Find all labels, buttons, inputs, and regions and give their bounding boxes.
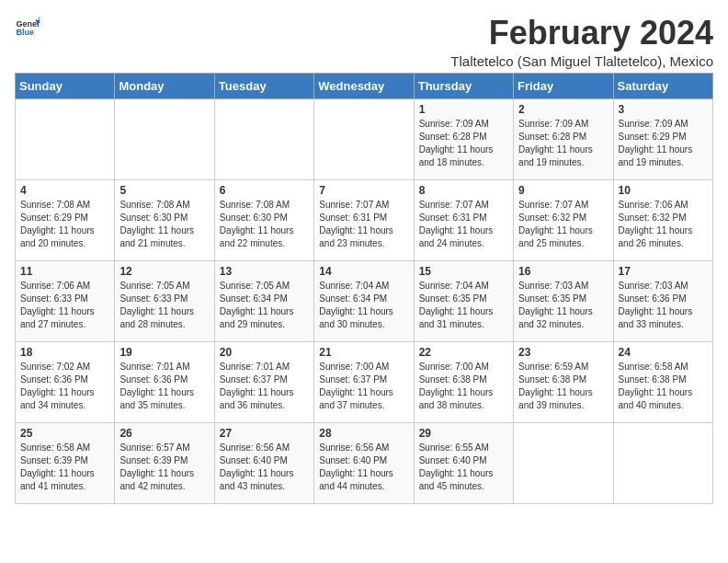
- calendar-cell: 9Sunrise: 7:07 AM Sunset: 6:32 PM Daylig…: [514, 179, 613, 260]
- calendar-cell: [115, 98, 214, 179]
- day-details: Sunrise: 7:01 AM Sunset: 6:36 PM Dayligh…: [119, 361, 209, 412]
- day-number: 5: [119, 184, 209, 197]
- day-details: Sunrise: 7:05 AM Sunset: 6:33 PM Dayligh…: [119, 280, 209, 331]
- day-number: 9: [518, 184, 608, 197]
- day-details: Sunrise: 7:08 AM Sunset: 6:30 PM Dayligh…: [119, 199, 209, 250]
- svg-text:Blue: Blue: [16, 28, 34, 37]
- day-header-tuesday: Tuesday: [214, 73, 313, 98]
- day-number: 16: [518, 265, 608, 278]
- week-row-4: 18Sunrise: 7:02 AM Sunset: 6:36 PM Dayli…: [16, 341, 713, 422]
- calendar-cell: 5Sunrise: 7:08 AM Sunset: 6:30 PM Daylig…: [115, 179, 214, 260]
- calendar-header-row: SundayMondayTuesdayWednesdayThursdayFrid…: [16, 73, 713, 98]
- day-details: Sunrise: 7:01 AM Sunset: 6:37 PM Dayligh…: [220, 361, 309, 412]
- day-number: 14: [319, 265, 408, 278]
- day-details: Sunrise: 7:09 AM Sunset: 6:29 PM Dayligh…: [619, 118, 708, 169]
- day-number: 8: [419, 184, 508, 197]
- day-number: 2: [518, 103, 608, 116]
- day-number: 12: [119, 265, 209, 278]
- day-details: Sunrise: 7:07 AM Sunset: 6:32 PM Dayligh…: [518, 199, 608, 250]
- calendar-cell: [613, 422, 712, 503]
- day-number: 25: [20, 427, 109, 440]
- day-details: Sunrise: 7:09 AM Sunset: 6:28 PM Dayligh…: [518, 118, 608, 169]
- day-details: Sunrise: 7:03 AM Sunset: 6:35 PM Dayligh…: [518, 280, 608, 331]
- day-number: 19: [119, 346, 209, 359]
- day-details: Sunrise: 7:09 AM Sunset: 6:28 PM Dayligh…: [419, 118, 508, 169]
- day-details: Sunrise: 7:06 AM Sunset: 6:33 PM Dayligh…: [20, 280, 109, 331]
- calendar-body: 1Sunrise: 7:09 AM Sunset: 6:28 PM Daylig…: [16, 98, 713, 503]
- day-number: 1: [419, 103, 508, 116]
- calendar-cell: 24Sunrise: 6:58 AM Sunset: 6:38 PM Dayli…: [613, 341, 712, 422]
- day-details: Sunrise: 7:02 AM Sunset: 6:36 PM Dayligh…: [20, 361, 109, 412]
- day-number: 17: [619, 265, 708, 278]
- calendar-cell: 1Sunrise: 7:09 AM Sunset: 6:28 PM Daylig…: [414, 98, 513, 179]
- day-details: Sunrise: 7:07 AM Sunset: 6:31 PM Dayligh…: [319, 199, 408, 250]
- logo: General Blue: [15, 15, 40, 40]
- calendar-cell: 10Sunrise: 7:06 AM Sunset: 6:32 PM Dayli…: [613, 179, 712, 260]
- calendar-cell: [514, 422, 613, 503]
- day-header-sunday: Sunday: [16, 73, 115, 98]
- calendar-cell: 20Sunrise: 7:01 AM Sunset: 6:37 PM Dayli…: [214, 341, 313, 422]
- day-number: 4: [20, 184, 109, 197]
- calendar-cell: 3Sunrise: 7:09 AM Sunset: 6:29 PM Daylig…: [613, 98, 712, 179]
- day-number: 15: [419, 265, 508, 278]
- calendar-cell: 18Sunrise: 7:02 AM Sunset: 6:36 PM Dayli…: [16, 341, 115, 422]
- calendar-cell: 14Sunrise: 7:04 AM Sunset: 6:34 PM Dayli…: [314, 260, 414, 341]
- day-number: 7: [319, 184, 408, 197]
- title-area: February 2024 Tlaltetelco (San Miguel Tl…: [450, 15, 713, 69]
- calendar-cell: 17Sunrise: 7:03 AM Sunset: 6:36 PM Dayli…: [613, 260, 712, 341]
- calendar-table: SundayMondayTuesdayWednesdayThursdayFrid…: [15, 73, 713, 504]
- subtitle: Tlaltetelco (San Miguel Tlaltetelco), Me…: [450, 53, 713, 69]
- calendar-cell: 21Sunrise: 7:00 AM Sunset: 6:37 PM Dayli…: [314, 341, 414, 422]
- week-row-2: 4Sunrise: 7:08 AM Sunset: 6:29 PM Daylig…: [16, 179, 713, 260]
- day-number: 13: [220, 265, 309, 278]
- day-details: Sunrise: 6:58 AM Sunset: 6:38 PM Dayligh…: [619, 361, 708, 412]
- day-header-wednesday: Wednesday: [314, 73, 414, 98]
- week-row-5: 25Sunrise: 6:58 AM Sunset: 6:39 PM Dayli…: [16, 422, 713, 503]
- day-details: Sunrise: 6:57 AM Sunset: 6:39 PM Dayligh…: [119, 442, 209, 493]
- day-number: 11: [20, 265, 109, 278]
- day-header-saturday: Saturday: [613, 73, 712, 98]
- day-details: Sunrise: 7:08 AM Sunset: 6:30 PM Dayligh…: [220, 199, 309, 250]
- day-details: Sunrise: 6:55 AM Sunset: 6:40 PM Dayligh…: [419, 442, 508, 493]
- calendar-cell: [16, 98, 115, 179]
- day-number: 21: [319, 346, 408, 359]
- day-number: 26: [119, 427, 209, 440]
- calendar-cell: 19Sunrise: 7:01 AM Sunset: 6:36 PM Dayli…: [115, 341, 214, 422]
- day-details: Sunrise: 7:00 AM Sunset: 6:37 PM Dayligh…: [319, 361, 408, 412]
- calendar-cell: 8Sunrise: 7:07 AM Sunset: 6:31 PM Daylig…: [414, 179, 513, 260]
- day-details: Sunrise: 7:05 AM Sunset: 6:34 PM Dayligh…: [220, 280, 309, 331]
- day-number: 18: [20, 346, 109, 359]
- calendar-cell: 25Sunrise: 6:58 AM Sunset: 6:39 PM Dayli…: [16, 422, 115, 503]
- day-number: 6: [220, 184, 309, 197]
- calendar-cell: [314, 98, 414, 179]
- calendar-cell: 11Sunrise: 7:06 AM Sunset: 6:33 PM Dayli…: [16, 260, 115, 341]
- day-number: 20: [220, 346, 309, 359]
- day-number: 3: [619, 103, 708, 116]
- day-details: Sunrise: 7:03 AM Sunset: 6:36 PM Dayligh…: [619, 280, 708, 331]
- calendar-cell: [214, 98, 313, 179]
- day-number: 22: [419, 346, 508, 359]
- calendar-cell: 15Sunrise: 7:04 AM Sunset: 6:35 PM Dayli…: [414, 260, 513, 341]
- day-details: Sunrise: 7:07 AM Sunset: 6:31 PM Dayligh…: [419, 199, 508, 250]
- day-details: Sunrise: 7:04 AM Sunset: 6:34 PM Dayligh…: [319, 280, 408, 331]
- calendar-cell: 23Sunrise: 6:59 AM Sunset: 6:38 PM Dayli…: [514, 341, 613, 422]
- day-details: Sunrise: 7:00 AM Sunset: 6:38 PM Dayligh…: [419, 361, 508, 412]
- month-title: February 2024: [450, 15, 713, 52]
- day-number: 27: [220, 427, 309, 440]
- header: General Blue February 2024 Tlaltetelco (…: [15, 15, 713, 69]
- day-number: 24: [619, 346, 708, 359]
- day-details: Sunrise: 7:08 AM Sunset: 6:29 PM Dayligh…: [20, 199, 109, 250]
- calendar-cell: 13Sunrise: 7:05 AM Sunset: 6:34 PM Dayli…: [214, 260, 313, 341]
- calendar-cell: 16Sunrise: 7:03 AM Sunset: 6:35 PM Dayli…: [514, 260, 613, 341]
- calendar-cell: 27Sunrise: 6:56 AM Sunset: 6:40 PM Dayli…: [214, 422, 313, 503]
- day-header-monday: Monday: [115, 73, 214, 98]
- calendar-cell: 2Sunrise: 7:09 AM Sunset: 6:28 PM Daylig…: [514, 98, 613, 179]
- calendar-cell: 12Sunrise: 7:05 AM Sunset: 6:33 PM Dayli…: [115, 260, 214, 341]
- day-details: Sunrise: 6:56 AM Sunset: 6:40 PM Dayligh…: [319, 442, 408, 493]
- day-number: 28: [319, 427, 408, 440]
- calendar-cell: 22Sunrise: 7:00 AM Sunset: 6:38 PM Dayli…: [414, 341, 513, 422]
- calendar-cell: 28Sunrise: 6:56 AM Sunset: 6:40 PM Dayli…: [314, 422, 414, 503]
- day-number: 23: [518, 346, 608, 359]
- calendar-cell: 6Sunrise: 7:08 AM Sunset: 6:30 PM Daylig…: [214, 179, 313, 260]
- calendar-cell: 7Sunrise: 7:07 AM Sunset: 6:31 PM Daylig…: [314, 179, 414, 260]
